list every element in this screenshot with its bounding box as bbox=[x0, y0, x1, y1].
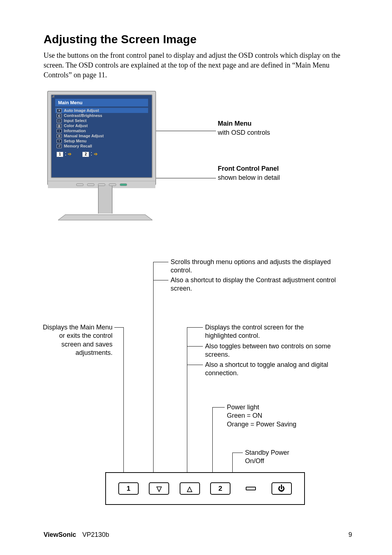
page-number: 9 bbox=[348, 531, 352, 539]
control-panel-diagram: Scrolls through menu options and adjusts… bbox=[44, 258, 352, 519]
panel-button-1[interactable]: 1 bbox=[118, 482, 139, 495]
panel-button-2[interactable]: 2 bbox=[210, 482, 230, 495]
exit-arrow-icon: ➩ bbox=[68, 151, 72, 157]
monitor-stand-base bbox=[58, 214, 152, 221]
osd-item-color-adjust: ▥Color Adjust bbox=[55, 123, 148, 128]
osd-item-label: Memory Recall bbox=[64, 144, 92, 148]
osd-item-memory-recall: ↺Memory Recall bbox=[55, 143, 148, 149]
color-icon: ▥ bbox=[57, 124, 62, 128]
osd-item-label: Setup Menu bbox=[64, 139, 86, 143]
button1-caption: Displays the Main Menu or exits the cont… bbox=[40, 323, 113, 357]
monitor-illustration: ◢ Main Menu ⤧Auto Image Adjust ◐Contrast… bbox=[47, 91, 163, 243]
button2-caption-1: Displays the control screen for the high… bbox=[205, 323, 336, 340]
osd-item-label: Contrast/Brightness bbox=[64, 113, 102, 118]
osd-item-label: Information bbox=[64, 129, 86, 133]
osd-footer-sep: : bbox=[65, 150, 66, 157]
setup-icon: ? bbox=[57, 139, 62, 143]
osd-footer-sep: : bbox=[91, 150, 92, 157]
input-icon: ▭ bbox=[57, 119, 62, 123]
osd-item-label: Color Adjust bbox=[64, 123, 88, 128]
footer-model: VP2130b bbox=[82, 531, 109, 538]
power-light-caption: Power light Green = ON Orange = Power Sa… bbox=[227, 403, 336, 429]
osd-item-information: iInformation bbox=[55, 128, 148, 133]
scroll-caption: Scrolls through menu options and adjusts… bbox=[171, 258, 348, 275]
front-control-panel: 1 ▽ △ 2 ⏻ bbox=[105, 472, 305, 505]
power-light-indicator bbox=[241, 486, 261, 491]
panel-button-down[interactable]: ▽ bbox=[149, 482, 169, 495]
info-icon: i bbox=[57, 129, 62, 133]
osd-item-setup-menu: ?Setup Menu bbox=[55, 138, 148, 143]
main-menu-callout-head: Main Menu bbox=[218, 120, 280, 127]
standby-caption: Standby Power On/Off bbox=[245, 449, 325, 466]
osd-item-contrast-brightness: ◐Contrast/Brightness bbox=[55, 113, 148, 118]
monitor-illustration-block: ◢ Main Menu ⤧Auto Image Adjust ◐Contrast… bbox=[44, 91, 352, 251]
intro-paragraph: Use the buttons on the front control pan… bbox=[44, 50, 352, 80]
panel-button-power[interactable]: ⏻ bbox=[271, 482, 292, 495]
svg-marker-0 bbox=[58, 215, 152, 220]
bezel-buttons-icon bbox=[76, 183, 127, 186]
osd-item-label: Manual Image Adjust bbox=[64, 134, 104, 138]
panel-button-up[interactable]: △ bbox=[180, 482, 200, 495]
manual-icon: ⊞ bbox=[57, 134, 62, 138]
button2-caption-2: Also toggles between two controls on som… bbox=[205, 342, 339, 359]
osd-footer-key2: 2 bbox=[82, 152, 89, 157]
contrast-shortcut-caption: Also a shortcut to display the Contrast … bbox=[171, 276, 348, 293]
osd-item-manual-image-adjust: ⊞Manual Image Adjust bbox=[55, 133, 148, 138]
monitor-logo-icon: ◢ bbox=[52, 94, 54, 98]
front-panel-callout-sub: shown below in detail bbox=[218, 174, 280, 182]
front-panel-callout-head: Front Control Panel bbox=[218, 165, 280, 173]
monitor-screen: Main Menu ⤧Auto Image Adjust ◐Contrast/B… bbox=[51, 94, 152, 178]
footer-brand: ViewSonic bbox=[44, 531, 76, 538]
adjust-icon: ⤧ bbox=[57, 109, 62, 113]
page-title: Adjusting the Screen Image bbox=[44, 33, 352, 46]
recall-icon: ↺ bbox=[57, 144, 62, 148]
osd-item-label: Input Select bbox=[64, 118, 86, 123]
front-panel-callout: Front Control Panel shown below in detai… bbox=[218, 165, 280, 182]
osd-item-input-select: ▭Input Select bbox=[55, 118, 148, 123]
page-footer: ViewSonic VP2130b 9 bbox=[44, 531, 352, 539]
osd-item-auto-image-adjust: ⤧Auto Image Adjust bbox=[55, 108, 148, 113]
button2-caption-3: Also a shortcut to toggle analog and dig… bbox=[205, 361, 339, 378]
main-menu-callout: Main Menu with OSD controls bbox=[218, 120, 280, 137]
osd-menu-title: Main Menu bbox=[55, 99, 148, 106]
monitor-stand-neck bbox=[98, 185, 113, 214]
osd-footer-key1: 1 bbox=[57, 152, 63, 157]
enter-arrow-icon: ➩ bbox=[94, 151, 98, 157]
contrast-icon: ◐ bbox=[57, 114, 62, 118]
main-menu-callout-sub: with OSD controls bbox=[218, 129, 280, 137]
osd-footer: 1 : ➩ 2 : ➩ bbox=[55, 150, 148, 158]
osd-item-label: Auto Image Adjust bbox=[64, 108, 99, 113]
